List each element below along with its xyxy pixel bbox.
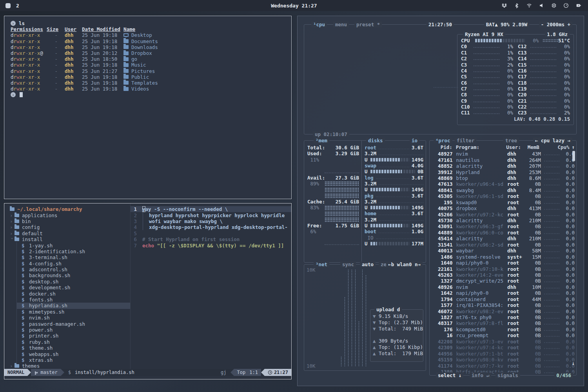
tab-cpu[interactable]: ¹cpu	[311, 22, 327, 27]
col-date-modified: Date Modified	[82, 26, 123, 32]
tree-item-ruby-sh[interactable]: $ruby.sh	[17, 339, 130, 345]
process-row[interactable]: 40013waybardhh58M0.0	[431, 248, 575, 254]
proc-mini-graph	[544, 292, 559, 294]
proc-col-pid[interactable]: Pid:	[431, 144, 452, 150]
process-row[interactable]: 22161kworker/u97:10-kroot0B0.0	[431, 266, 575, 272]
tree-item-default[interactable]: ›default	[8, 230, 130, 236]
process-row[interactable]: 48927nvimdhh43M0.0	[431, 151, 575, 157]
tree-item-theme-sh[interactable]: $theme.sh	[17, 345, 130, 351]
tree-item-adscontrol-sh[interactable]: $adscontrol.sh	[17, 267, 130, 272]
tree-root[interactable]: ~/.local/share/omarchy	[8, 206, 130, 212]
tree-item-2-identification-sh[interactable]: $2-identification.sh	[17, 249, 130, 254]
tree-item-password-manager-sh[interactable]: $password-manager.sh	[17, 321, 130, 327]
process-row[interactable]: 1794containerdroot44M0.0	[431, 296, 575, 302]
proc-col-mem[interactable]: MemB	[523, 144, 539, 150]
nvim-window[interactable]: ~/.local/share/omarchy›applications›bin›…	[4, 203, 292, 379]
process-row[interactable]: 45263kworker/14:2-everoot0B0.0	[431, 272, 575, 278]
tree-item-mimetypes-sh[interactable]: $mimetypes.sh	[17, 309, 130, 315]
io-title[interactable]: io	[410, 138, 419, 143]
tree-item-config[interactable]: ›config	[8, 224, 130, 230]
editor-pane[interactable]: 1yay -S --noconfirm --needed \2hyprland …	[131, 203, 291, 369]
process-row[interactable]: 48841swaybgdhh8.4M0.0	[431, 187, 575, 193]
tree-item-label: 1-yay.sh	[29, 243, 53, 249]
disks-title[interactable]: disks	[366, 138, 385, 143]
process-row[interactable]: 39912Hyprlanddhh253M0.0	[431, 169, 575, 175]
process-row[interactable]: 48869btopdhh8.6M0.0	[431, 175, 575, 181]
proc-title[interactable]: ⁴proc	[434, 138, 452, 143]
tree-item-power-sh[interactable]: $power.sh	[17, 327, 130, 333]
proc-sort[interactable]: ← cpu lazy →	[533, 138, 572, 143]
process-row[interactable]: 48317kworker/u97:8-flroot0B0.0	[431, 320, 575, 326]
tree-item-hyprlandia-sh[interactable]: $hyprlandia.sh	[17, 303, 130, 309]
tree-item-development-sh[interactable]: $development.sh	[17, 285, 130, 290]
tree-item-4-config-sh[interactable]: $4-config.sh	[17, 261, 130, 267]
tree-item-nvim-sh[interactable]: $nvim.sh	[17, 315, 130, 321]
tree-item-3-terminal-sh[interactable]: $3-terminal.sh	[17, 254, 130, 260]
tree-item-printer-sh[interactable]: $printer.sh	[17, 333, 130, 339]
process-row[interactable]: 1642napi/phy0-0root0B0.0	[431, 290, 575, 296]
net-tab-auto[interactable]: auto	[360, 261, 376, 267]
tree-item-fonts-sh[interactable]: $fonts.sh	[17, 297, 130, 303]
tree-item-bin[interactable]: ›bin	[8, 218, 130, 224]
process-row[interactable]: 45730alacrittydhh210M0.0	[431, 218, 575, 223]
process-row[interactable]: 1640napi/phy0-0root0B0.0	[431, 260, 575, 266]
process-row[interactable]: 48926nvimdhh10M0.0	[431, 284, 575, 290]
process-row[interactable]: 42309kworker/u97:4-kcroot0B0.0	[431, 345, 575, 350]
tree-item-docker-sh[interactable]: $docker.sh	[17, 290, 130, 296]
process-row[interactable]: 40075dropboxdhh413M0.0	[431, 205, 575, 211]
process-row[interactable]: 45159kworker/u98:0-kvroot0B0.0	[431, 357, 575, 363]
proc-filter[interactable]: filter	[455, 138, 476, 143]
process-row[interactable]: 176kcompactd0root0B0.0	[431, 327, 575, 332]
proc-signals-hint[interactable]: signals	[495, 372, 520, 378]
proc-scrollbar[interactable]	[572, 151, 575, 161]
tab-menu[interactable]: menu	[333, 22, 349, 27]
proc-col-program[interactable]: Program:	[456, 144, 506, 150]
process-row[interactable]: 1486systemd-resolvesyst+15M0.0	[431, 254, 575, 260]
scroll-down-arrow[interactable]: ↓	[572, 360, 575, 366]
proc-col-cpu[interactable]: Cpu%	[539, 144, 570, 150]
tree-item-install[interactable]: ›install	[8, 236, 130, 242]
core-row-c19: C190%	[518, 86, 570, 92]
net-title[interactable]: ³net	[314, 261, 329, 267]
mem-title[interactable]: ²mem	[314, 138, 329, 143]
process-row[interactable]: 48852alacrittydhh207M0.0	[431, 163, 575, 169]
tree-item-themes[interactable]: ›themes	[8, 363, 130, 369]
process-row[interactable]: 1827mt76-tx phy0root0B0.0	[431, 314, 575, 320]
process-row[interactable]: 43091kworker/u96:3-gfroot0B0.0	[431, 223, 575, 229]
process-row[interactable]: 47161nautilusdhh264M0.0	[431, 157, 575, 163]
proc-col-user[interactable]: User:	[506, 144, 523, 150]
tree-item-desktop-sh[interactable]: $desktop.sh	[17, 279, 130, 285]
btop-window[interactable]: ¹cpu menu preset * 21:27:50 BAT▲ 98% 2.8…	[297, 16, 584, 386]
terminal-prompt-line-2[interactable]: ›	[11, 92, 285, 98]
update-interval[interactable]: - 2000ms +	[539, 22, 572, 27]
tab-preset[interactable]: preset *	[354, 22, 382, 27]
sort-direction-arrow[interactable]: ↑	[572, 144, 575, 150]
terminal-window[interactable]: › ls Permissions Size User Date Modified…	[4, 16, 292, 199]
process-row[interactable]: 195kswapd0root0B0.0	[431, 200, 575, 205]
process-row[interactable]: 45414alacrittydhh210M0.0	[431, 236, 575, 241]
process-row[interactable]: 47613kworker/u96:4-sdroot0B0.0	[431, 181, 575, 187]
process-row[interactable]: 44956kworker/u97:1-btroot0B0.0	[431, 350, 575, 356]
process-row[interactable]: 46072kworker/u98:2-evroot0B0.0	[431, 308, 575, 314]
process-row[interactable]: 31541kworker/u96:2-sdroot0B0.0	[431, 242, 575, 248]
proc-info-hint[interactable]: info ↵	[470, 372, 491, 378]
process-row[interactable]: 45305kworker/u96:1-sdroot0B0.0	[431, 193, 575, 199]
core-meter	[474, 111, 499, 114]
process-row[interactable]: 1577irq/81-PIXA3854:root0B0.0	[431, 302, 575, 308]
process-row[interactable]: 16rcu_preemptroot0B0.0	[431, 332, 575, 338]
proc-select-hint[interactable]: select ↓	[436, 372, 463, 378]
proc-tree-toggle[interactable]: tree	[503, 138, 519, 143]
net-tab-sync[interactable]: sync	[340, 261, 356, 267]
disk-pkg: pkg3.6T	[365, 192, 423, 198]
tree-item-applications[interactable]: ›applications	[8, 212, 130, 218]
process-row[interactable]: 1327dmcrypt_write/25root0B0.0	[431, 278, 575, 284]
process-row[interactable]: 42208kworker/u97:3-evroot0B0.0	[431, 339, 575, 345]
net-interface[interactable]: ←b wlan0 n→	[386, 261, 423, 267]
process-row[interactable]: 41174kworker/u97:7-kvroot0B0.0	[431, 363, 575, 368]
tree-item-1-yay-sh[interactable]: $1-yay.sh	[17, 242, 130, 248]
process-row[interactable]: 45266kworker/u97:2-kcroot0B0.0	[431, 211, 575, 217]
process-row[interactable]: 44889kworker/u96:0-coroot0B0.0	[431, 230, 575, 236]
tree-item-backgrounds-sh[interactable]: $backgrounds.sh	[17, 272, 130, 278]
tree-item-webapps-sh[interactable]: $webapps.sh	[17, 351, 130, 357]
tree-item-xtras-sh[interactable]: $xtras.sh	[17, 357, 130, 363]
